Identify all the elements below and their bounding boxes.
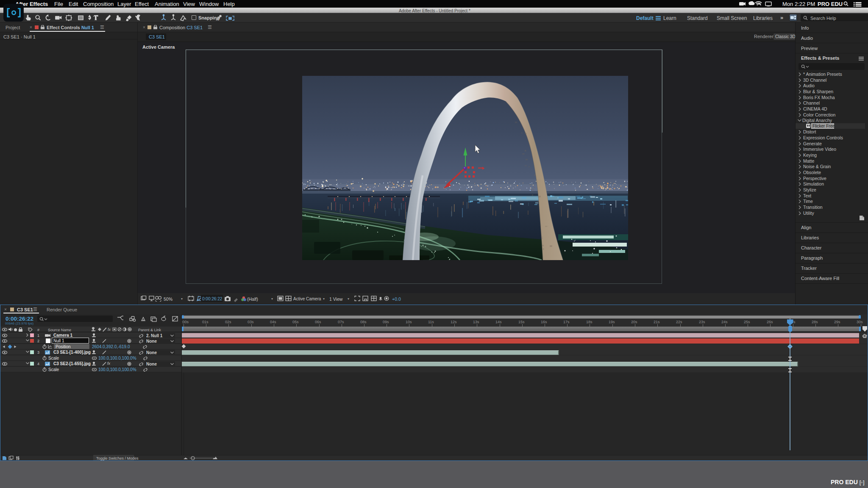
- svg-text:fx: fx: [108, 327, 111, 332]
